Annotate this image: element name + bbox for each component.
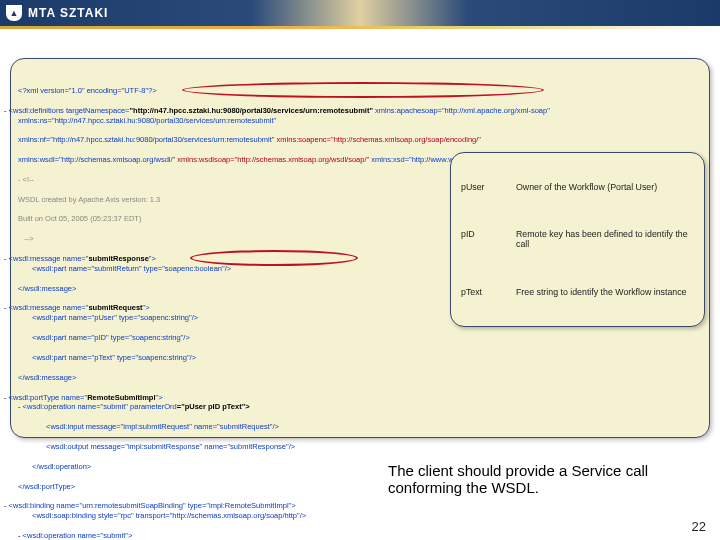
brand-name: MTA SZTAKI xyxy=(28,6,108,20)
highlight-oval-params xyxy=(190,250,358,266)
info-row: pIDRemote key has been defined to identi… xyxy=(461,229,694,249)
accent-bar xyxy=(0,26,720,29)
info-val: Remote key has been defined to identify … xyxy=(516,229,694,249)
info-val: Free string to identify the Workflow ins… xyxy=(516,287,694,297)
shield-icon: ▲ xyxy=(6,5,22,21)
highlight-oval-namespace xyxy=(182,82,544,98)
brand-logo: ▲ MTA SZTAKI xyxy=(6,5,108,21)
info-key: pID xyxy=(461,229,516,249)
info-row: pUserOwner of the Workflow (Portal User) xyxy=(461,182,694,192)
param-bubble: pUserOwner of the Workflow (Portal User)… xyxy=(450,152,705,327)
info-key: pUser xyxy=(461,182,516,192)
info-key: pText xyxy=(461,287,516,297)
slide-caption: The client should provide a Service call… xyxy=(388,462,710,496)
xml-decl: <?xml version="1.0" encoding="UTF-8"?> xyxy=(18,86,157,95)
info-val: Owner of the Workflow (Portal User) xyxy=(516,182,694,192)
slide-header: ▲ MTA SZTAKI xyxy=(0,0,720,26)
info-row: pTextFree string to identify the Workflo… xyxy=(461,287,694,297)
